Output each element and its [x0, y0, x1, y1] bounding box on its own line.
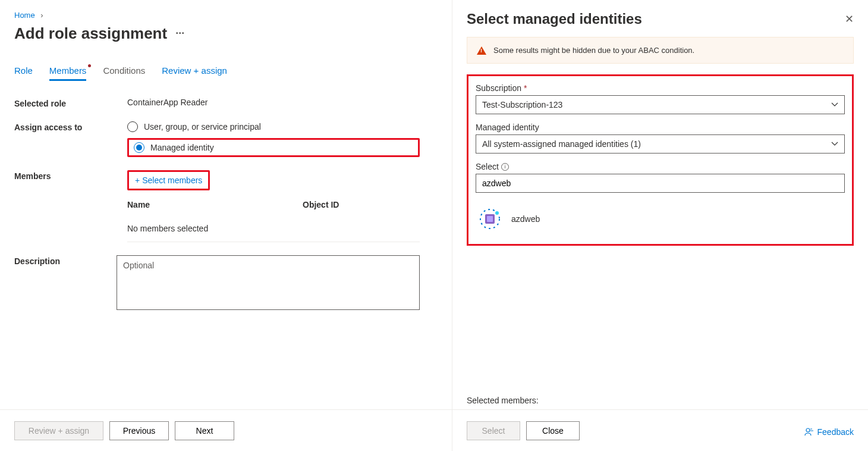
- result-item[interactable]: azdweb: [476, 201, 845, 237]
- required-icon: *: [524, 83, 527, 93]
- svg-rect-2: [487, 216, 493, 222]
- selected-members-label: Selected members:: [467, 396, 854, 405]
- chevron-right-icon: ›: [40, 11, 43, 20]
- breadcrumb: Home ›: [14, 11, 420, 20]
- warning-banner: Some results might be hidden due to your…: [467, 37, 854, 64]
- tab-conditions[interactable]: Conditions: [103, 65, 145, 81]
- panel-close-button[interactable]: Close: [526, 421, 580, 440]
- managed-identity-value: All system-assigned managed identities (…: [482, 139, 641, 149]
- svg-point-4: [806, 428, 810, 432]
- description-label: Description: [14, 255, 117, 266]
- tab-role[interactable]: Role: [14, 65, 33, 81]
- select-managed-identities-panel: Select managed identities ✕ Some results…: [452, 0, 868, 451]
- badge-dot-icon: [88, 64, 91, 67]
- subscription-select[interactable]: Test-Subscription-123: [476, 95, 845, 114]
- more-icon[interactable]: ···: [175, 27, 184, 40]
- select-members-label: Select members: [142, 176, 202, 185]
- warning-icon: [477, 46, 486, 55]
- container-app-icon: [478, 207, 502, 231]
- review-assign-button[interactable]: Review + assign: [14, 421, 103, 440]
- selected-role-label: Selected role: [14, 98, 127, 108]
- next-button[interactable]: Next: [175, 421, 234, 440]
- description-input[interactable]: [117, 255, 420, 310]
- page-title: Add role assignment ···: [14, 24, 420, 43]
- managed-identity-select[interactable]: All system-assigned managed identities (…: [476, 134, 845, 154]
- feedback-label: Feedback: [817, 427, 854, 437]
- radio-icon: [127, 121, 138, 132]
- feedback-link[interactable]: Feedback: [804, 427, 854, 437]
- radio-user-group[interactable]: User, group, or service principal: [127, 121, 420, 132]
- result-name: azdweb: [511, 214, 540, 224]
- col-name: Name: [127, 200, 303, 209]
- warning-text: Some results might be hidden due to your…: [493, 46, 694, 55]
- select-label: Select: [476, 162, 499, 171]
- col-object-id: Object ID: [303, 200, 339, 209]
- select-members-button[interactable]: + Select members: [135, 176, 202, 185]
- info-icon[interactable]: i: [501, 163, 509, 171]
- close-icon[interactable]: ✕: [845, 12, 854, 26]
- table-row: No members selected: [127, 215, 420, 242]
- tab-members-label: Members: [49, 65, 87, 76]
- tab-members[interactable]: Members: [49, 65, 87, 81]
- radio-managed-identity[interactable]: Managed identity: [134, 142, 214, 153]
- assign-access-label: Assign access to: [14, 121, 127, 132]
- svg-point-3: [495, 211, 499, 215]
- plus-icon: +: [135, 176, 140, 185]
- panel-select-button[interactable]: Select: [467, 421, 520, 440]
- select-input[interactable]: [476, 174, 845, 193]
- radio-user-label: User, group, or service principal: [144, 122, 261, 131]
- chevron-down-icon: [831, 101, 838, 108]
- feedback-icon: [804, 427, 814, 437]
- tab-review-assign[interactable]: Review + assign: [162, 65, 227, 81]
- panel-title: Select managed identities: [467, 11, 642, 27]
- page-title-text: Add role assignment: [14, 24, 167, 43]
- subscription-label: Subscription: [476, 83, 521, 93]
- subscription-value: Test-Subscription-123: [482, 100, 562, 109]
- previous-button[interactable]: Previous: [109, 421, 169, 440]
- panel-footer: Select Close Feedback: [452, 409, 868, 451]
- tabs: Role Members Conditions Review + assign: [14, 65, 420, 81]
- breadcrumb-home[interactable]: Home: [14, 11, 35, 20]
- selected-role-value: ContainerApp Reader: [127, 98, 420, 107]
- radio-mi-label: Managed identity: [150, 143, 214, 152]
- members-label: Members: [14, 170, 127, 181]
- radio-icon: [134, 142, 144, 153]
- chevron-down-icon: [831, 140, 838, 148]
- managed-identity-label: Managed identity: [476, 123, 845, 132]
- members-table: Name Object ID No members selected: [127, 194, 420, 242]
